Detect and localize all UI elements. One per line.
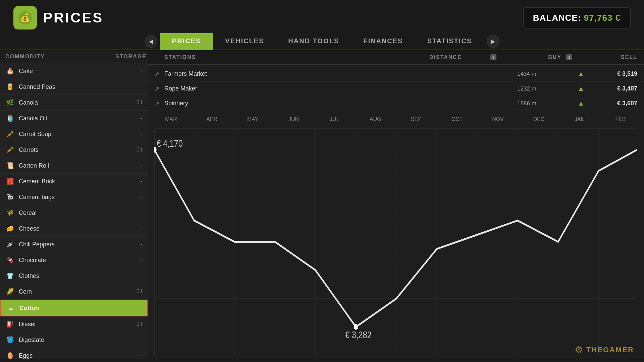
station-headers: STATIONS DISTANCE $ BUY $ SELL bbox=[148, 50, 644, 65]
commodity-storage: - bbox=[125, 337, 142, 343]
station-name: Spinnery bbox=[164, 100, 517, 107]
station-row[interactable]: ↗ Farmers Market 1434 m ▲ € 3,519 bbox=[148, 67, 644, 81]
balance-value: 97,763 € bbox=[584, 13, 621, 23]
buy-col-header: BUY bbox=[501, 54, 561, 60]
commodity-name: Canola Oil bbox=[19, 115, 125, 122]
commodity-icon: 📜 bbox=[5, 161, 15, 170]
commodity-storage: 0 l bbox=[125, 147, 142, 153]
page-title: PRICES bbox=[43, 10, 103, 26]
commodity-storage: - bbox=[125, 84, 142, 90]
nav-tab-hand-tools[interactable]: HAND TOOLS bbox=[276, 33, 351, 50]
commodity-storage: - bbox=[125, 210, 142, 216]
list-item[interactable]: 🥕Carrot Soup- bbox=[0, 126, 148, 142]
commodity-storage: - bbox=[125, 273, 142, 279]
svg-text:€ 4,170: € 4,170 bbox=[157, 138, 183, 149]
chart-month-label: AUG bbox=[362, 116, 389, 122]
list-item[interactable]: 🎂Cake- bbox=[0, 63, 148, 79]
nav-next-button[interactable]: ▶ bbox=[487, 35, 499, 48]
commodity-storage: - bbox=[125, 257, 142, 263]
commodity-icon: 🍫 bbox=[5, 255, 15, 265]
sell-col-header: SELL bbox=[577, 54, 637, 60]
price-trend-icon: ▲ bbox=[578, 70, 584, 78]
commodity-icon: 🎂 bbox=[5, 66, 15, 76]
station-nav-icon: ↗ bbox=[154, 70, 164, 78]
station-distance: 1232 m bbox=[517, 85, 578, 92]
commodity-name: Cheese bbox=[19, 225, 125, 232]
commodity-storage: - bbox=[125, 241, 142, 247]
list-item[interactable]: 🗜Cement bags- bbox=[0, 189, 148, 205]
chart-area: € 4,170 € 3,282 bbox=[148, 125, 644, 359]
commodity-name: Corn bbox=[19, 288, 125, 295]
chart-months-row: MARAPRMAYJUNJULAUGSEPOCTNOVDECJANFEB bbox=[148, 113, 644, 125]
nav-tab-vehicles[interactable]: VEHICLES bbox=[213, 33, 276, 50]
chart-month-label: MAY bbox=[239, 116, 266, 122]
list-item[interactable]: 🥫Canned Peas- bbox=[0, 79, 148, 95]
commodity-icon: 🪣 bbox=[5, 335, 15, 345]
nav-tab-finances[interactable]: FINANCES bbox=[351, 33, 415, 50]
commodity-name: Canola bbox=[19, 99, 125, 106]
list-item[interactable]: 🌿Canola0 l bbox=[0, 95, 148, 111]
svg-text:💰: 💰 bbox=[20, 13, 30, 22]
storage-col-header: STORAGE bbox=[115, 54, 142, 60]
chart-month-label: OCT bbox=[444, 116, 471, 122]
chart-wrapper: MARAPRMAYJUNJULAUGSEPOCTNOVDECJANFEB bbox=[148, 113, 644, 359]
watermark-text: THEGAMER bbox=[586, 346, 634, 354]
right-panel: STATIONS DISTANCE $ BUY $ SELL ↗ Farmers… bbox=[148, 50, 644, 359]
list-item[interactable]: 🧱Cement Brick- bbox=[0, 174, 148, 189]
commodity-name: Cement bags bbox=[19, 194, 125, 201]
list-item[interactable]: 📜Carton Roll- bbox=[0, 158, 148, 174]
station-sell-price: € 3,607 bbox=[587, 100, 637, 107]
commodity-storage: - bbox=[125, 226, 142, 232]
list-item[interactable]: ⛽Diesel0 l bbox=[0, 316, 148, 332]
commodity-col-header: COMMODITY bbox=[5, 54, 115, 60]
chart-months: MARAPRMAYJUNJULAUGSEPOCTNOVDECJANFEB bbox=[154, 116, 637, 122]
list-item[interactable]: 🌶Chili Peppers- bbox=[0, 237, 148, 252]
station-distance: 1434 m bbox=[517, 71, 578, 77]
commodity-icon: 🌶 bbox=[5, 240, 15, 249]
chart-month-label: JAN bbox=[566, 116, 593, 122]
commodity-storage: 0 l bbox=[125, 289, 142, 295]
commodity-icon: 🗜 bbox=[5, 192, 15, 202]
commodity-storage: - bbox=[125, 131, 142, 137]
commodity-icon: 🥚 bbox=[5, 351, 15, 359]
commodity-name: Cereal bbox=[19, 209, 125, 217]
station-sell-price: € 3,487 bbox=[587, 85, 637, 92]
main-content: COMMODITY STORAGE 🎂Cake-🥫Canned Peas-🌿Ca… bbox=[0, 50, 644, 359]
list-item[interactable]: 🍫Chocolate- bbox=[0, 252, 148, 268]
chart-month-label: SEP bbox=[403, 116, 430, 122]
commodity-name: Cotton bbox=[19, 305, 125, 312]
svg-text:$: $ bbox=[568, 55, 570, 59]
commodity-name: Canned Peas bbox=[19, 83, 125, 90]
nav-tab-prices[interactable]: PRICES bbox=[160, 33, 213, 50]
list-item[interactable]: 🥚Eggs- bbox=[0, 348, 148, 359]
commodity-icon: 👕 bbox=[5, 271, 15, 281]
list-item[interactable]: 🫙Canola Oil- bbox=[0, 111, 148, 126]
list-item[interactable]: 👕Clothes- bbox=[0, 268, 148, 284]
price-trend-icon: ▲ bbox=[578, 85, 584, 93]
commodity-name: Digestate bbox=[19, 337, 125, 344]
list-item[interactable]: 🪣Digestate- bbox=[0, 332, 148, 348]
nav-prev-button[interactable]: ◀ bbox=[145, 35, 157, 48]
list-item[interactable]: 🥕Carrots0 l bbox=[0, 142, 148, 158]
list-item[interactable]: ☁Cotton bbox=[0, 300, 148, 316]
chart-month-label: FEB bbox=[607, 116, 634, 122]
watermark: ⚙ THEGAMER bbox=[575, 344, 634, 355]
list-item[interactable]: 🧀Cheese- bbox=[0, 221, 148, 237]
chart-month-label: JUL bbox=[321, 116, 348, 122]
chart-month-label: APR bbox=[199, 116, 225, 122]
station-nav-icon: ↗ bbox=[154, 100, 164, 107]
station-row[interactable]: ↗ Rope Maker 1232 m ▲ € 3,487 bbox=[148, 81, 644, 96]
commodity-icon: 🥕 bbox=[5, 129, 15, 139]
svg-text:€ 3,282: € 3,282 bbox=[345, 329, 371, 341]
sell-icon-header: $ bbox=[566, 54, 576, 61]
station-name: Rope Maker bbox=[164, 85, 517, 92]
nav-tabs: PRICESVEHICLESHAND TOOLSFINANCESSTATISTI… bbox=[160, 33, 484, 49]
commodity-storage: - bbox=[125, 115, 142, 121]
nav-tab-statistics[interactable]: STATISTICS bbox=[415, 33, 484, 50]
list-item[interactable]: 🌽Corn0 l bbox=[0, 284, 148, 300]
station-row[interactable]: ↗ Spinnery 1886 m ▲ € 3,607 bbox=[148, 96, 644, 111]
watermark-icon: ⚙ bbox=[575, 344, 583, 355]
chart-month-label: JUN bbox=[280, 116, 307, 122]
list-item[interactable]: 🌾Cereal- bbox=[0, 205, 148, 221]
commodity-name: Carton Roll bbox=[19, 162, 125, 169]
